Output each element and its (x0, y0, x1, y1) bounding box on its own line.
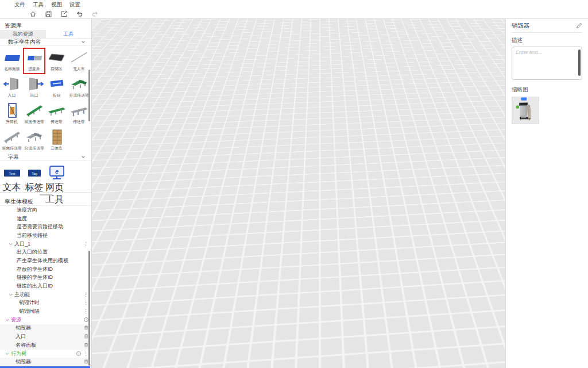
tree-row[interactable]: 链接的孪生体ID (0, 274, 91, 282)
tree-row-name-panel[interactable]: 名称面板 (0, 341, 91, 350)
name-label-panel[interactable]: 名称 (287, 82, 318, 101)
flat-view-icon[interactable] (496, 52, 503, 57)
library-item-divert-conveyor-gray[interactable]: 分流传送带 (23, 127, 45, 154)
library-item-tag[interactable]: Tag 标签 (23, 164, 45, 191)
library-tabs: 我的资源 工具 (0, 30, 91, 39)
save-as-icon[interactable] (60, 10, 68, 18)
menu-item-view[interactable]: 视图 (51, 1, 62, 9)
library-item-name-panel[interactable]: 名称面板 (1, 48, 23, 74)
chevron-down-icon (5, 352, 9, 356)
orbit-left-icon[interactable]: ‹ (464, 37, 471, 45)
library-item-unmanned-vehicle[interactable]: 无人车 (68, 48, 90, 74)
thumbnail-image (512, 97, 539, 124)
tree-row[interactable]: 当前移动路径 (0, 231, 91, 240)
scrollbar[interactable] (88, 70, 90, 121)
tree-row-destroy-interval[interactable]: 销毁间隔 ⋮ (0, 307, 91, 316)
view-gizmo[interactable] (474, 29, 491, 52)
panel-splitter[interactable] (0, 192, 91, 196)
kebab-menu-icon[interactable]: ⋮ (83, 292, 88, 297)
scrollbar[interactable] (88, 251, 90, 366)
library-item-web-tool[interactable]: e 网页工具 (45, 164, 68, 191)
tree-row-destroy-timer[interactable]: 销毁计时 ⋮ (0, 299, 91, 308)
svg-text:Text: Text (9, 172, 15, 175)
toolbar (0, 9, 588, 19)
chevron-down-icon (81, 39, 86, 45)
trash-icon[interactable] (84, 325, 88, 331)
tree-row-entrance[interactable]: 入口 (0, 332, 91, 341)
menu-bar: 文件 工具 视图 设置 (0, 0, 588, 9)
tab-my-resources[interactable]: 我的资源 (0, 30, 46, 38)
kebab-menu-icon[interactable]: ⋮ (83, 300, 88, 305)
tree-row[interactable]: 存放的孪生体ID (0, 265, 91, 274)
tree-row-main-function[interactable]: 主功能 ⋮ (0, 290, 91, 299)
incline-conveyor-gray-icon (2, 128, 22, 145)
library-item-incline-conveyor-gray[interactable]: 坡面传送带 (1, 127, 23, 154)
gizmo-machine-preview (477, 33, 489, 48)
library-item-progress-bar[interactable]: 进度条 (23, 48, 45, 74)
redo-icon[interactable] (91, 10, 99, 18)
tree-row-resources[interactable]: 资源 i (0, 316, 91, 324)
description-label: 描述 (512, 37, 582, 44)
info-icon[interactable]: i (76, 351, 81, 356)
library-item-conveyor-green[interactable]: 传送带 (45, 101, 68, 127)
library-item-button[interactable]: 按钮 (45, 74, 68, 101)
kebab-menu-icon[interactable]: ⋮ (83, 351, 88, 356)
green-sphere-object[interactable] (252, 150, 268, 165)
reset-view-icon[interactable] (497, 22, 504, 29)
description-input[interactable] (512, 47, 582, 80)
twin-template-tree: 速度方向 速度 是否需要沿路径移动 当前移动路径 入口_1 ⋮ 出入口的位置 产… (0, 206, 91, 368)
library-item-storage-area[interactable]: 存储区 (45, 48, 68, 74)
conveyor-green-icon (47, 102, 67, 119)
tag-icon: Tag (24, 164, 45, 182)
orbit-right-icon[interactable]: › (494, 37, 501, 45)
tree-row[interactable]: 产生孪生体使用的模板 (0, 256, 91, 265)
destroyer-machine-model[interactable] (247, 124, 356, 239)
kebab-menu-icon[interactable]: ⋮ (83, 241, 88, 247)
library-item-lifter[interactable]: 升降机 (1, 101, 23, 127)
menu-item-settings[interactable]: 设置 (69, 1, 80, 9)
textarea-scrollbar[interactable] (578, 49, 581, 76)
info-icon[interactable]: i (84, 317, 88, 322)
unmanned-vehicle-icon (69, 49, 90, 66)
save-icon[interactable] (44, 10, 52, 18)
text-icon: Text (2, 164, 22, 182)
tree-row-behavior-tree[interactable]: 行为树 i⋮ (0, 350, 91, 358)
resource-library-panel: 资源库 我的资源 工具 数字孪生内容 名称面板 进度条 存储区 无人车 (0, 19, 92, 368)
axis-label-2m: 2m (442, 221, 448, 226)
library-item-entrance[interactable]: 入口 (1, 74, 23, 101)
library-item-incline-conveyor-green[interactable]: 坡面传送带 (23, 101, 45, 127)
progress-bar-icon (24, 49, 45, 66)
tree-row[interactable]: 出入口的位置 (0, 248, 91, 256)
trash-icon[interactable] (84, 359, 88, 365)
chevron-down-icon (9, 242, 13, 246)
orbit-down-icon[interactable] (479, 55, 485, 59)
edit-pencil-icon[interactable] (576, 21, 582, 31)
kebab-menu-icon[interactable]: ⋮ (83, 309, 88, 314)
section-subtitles[interactable]: 字幕 (0, 154, 91, 161)
stereo-rack-icon (47, 128, 67, 145)
tab-tools[interactable]: 工具 (46, 30, 92, 38)
library-item-text[interactable]: Text 文本 (1, 164, 23, 191)
undo-icon[interactable] (75, 10, 83, 18)
section-digital-twin-content[interactable]: 数字孪生内容 (0, 39, 91, 46)
trash-icon[interactable] (84, 334, 88, 340)
library-item-stereo-rack[interactable]: 立体库 (45, 127, 68, 154)
inspector-title: 销毁器 (512, 22, 530, 30)
home-icon[interactable] (29, 10, 37, 18)
trash-icon[interactable] (84, 342, 88, 348)
tree-row-destroyer-bt[interactable]: 销毁器 (0, 358, 91, 366)
menu-item-tools[interactable]: 工具 (33, 1, 44, 9)
tree-row[interactable]: 链接的出入口ID (0, 282, 91, 290)
library-item-exit[interactable]: 出口 (23, 74, 45, 101)
tree-row-destroyer[interactable]: 销毁器 (0, 324, 91, 333)
library-item-divert-conveyor-green[interactable]: 分流传送带 (68, 74, 90, 101)
tree-row-entrance-1[interactable]: 入口_1 ⋮ (0, 240, 91, 248)
tree-row[interactable]: 速度 (0, 214, 91, 223)
tree-row[interactable]: 速度方向 (0, 206, 91, 214)
conveyor-gray-icon (69, 102, 90, 119)
svg-text:Tag: Tag (32, 172, 37, 175)
tree-row[interactable]: 是否需要沿路径移动 (0, 223, 91, 231)
3d-viewport[interactable]: 1m 2m (92, 19, 505, 368)
menu-item-file[interactable]: 文件 (14, 1, 25, 9)
library-item-conveyor-gray[interactable]: 传送带 (68, 101, 90, 127)
